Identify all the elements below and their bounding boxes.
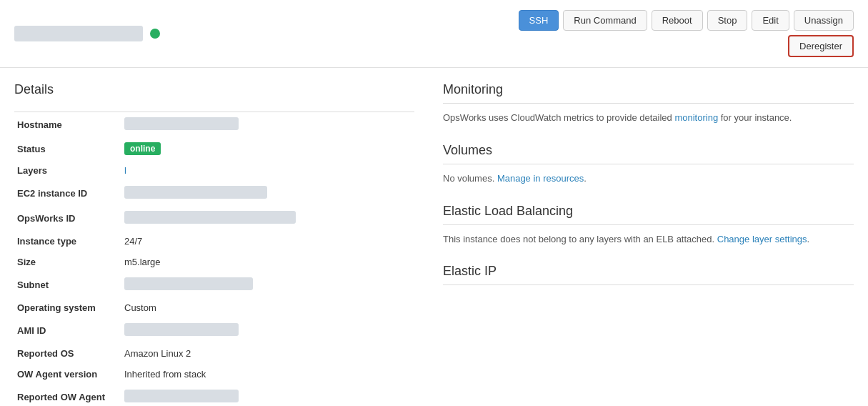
detail-value	[121, 385, 414, 406]
volumes-text-after: .	[584, 173, 587, 184]
detail-label: Layers	[14, 160, 121, 181]
ssh-button[interactable]: SSH	[519, 10, 559, 31]
deregister-button[interactable]: Deregister	[788, 35, 854, 57]
table-row: Size m5.large	[14, 252, 414, 272]
detail-value	[121, 318, 414, 343]
detail-value	[121, 112, 414, 137]
main-content: Details Hostname Status online	[0, 68, 868, 406]
reported-ow-agent-placeholder	[124, 390, 239, 402]
detail-value	[121, 181, 414, 206]
detail-value: Inherited from stack	[121, 364, 414, 385]
table-row: Reported OW Agent	[14, 385, 414, 406]
status-indicator-dot	[150, 29, 160, 39]
elb-title: Elastic Load Balancing	[443, 204, 854, 225]
table-row: Status online	[14, 137, 414, 160]
ami-id-placeholder	[124, 323, 239, 336]
detail-value: Amazon Linux 2	[121, 343, 414, 364]
unassign-button[interactable]: Unassign	[794, 10, 854, 31]
detail-label: EC2 instance ID	[14, 181, 121, 206]
table-row: OpsWorks ID	[14, 206, 414, 231]
detail-label: Hostname	[14, 112, 121, 137]
opsworks-id-placeholder	[124, 211, 296, 224]
header-buttons-row1: SSH Run Command Reboot Stop Edit Unassig…	[519, 10, 854, 31]
monitoring-title: Monitoring	[443, 82, 854, 104]
table-row: Layers l	[14, 160, 414, 181]
table-row: EC2 instance ID	[14, 181, 414, 206]
right-panel: Monitoring OpsWorks uses CloudWatch metr…	[443, 82, 854, 406]
table-row: Reported OS Amazon Linux 2	[14, 343, 414, 364]
volumes-description: No volumes. Manage in resources.	[443, 172, 854, 187]
detail-value	[121, 272, 414, 297]
table-row: Operating system Custom	[14, 297, 414, 318]
elb-description: This instance does not belong to any lay…	[443, 232, 854, 247]
elb-text-before: This instance does not belong to any lay…	[443, 234, 717, 244]
elb-text-after: .	[807, 234, 810, 244]
subnet-placeholder	[124, 277, 253, 290]
manage-in-resources-link[interactable]: Manage in resources	[497, 173, 584, 184]
header-buttons-row2: Deregister	[519, 35, 854, 57]
page-header: SSH Run Command Reboot Stop Edit Unassig…	[0, 0, 868, 68]
table-row: AMI ID	[14, 318, 414, 343]
detail-label: Subnet	[14, 272, 121, 297]
detail-value: online	[121, 137, 414, 160]
detail-label: Operating system	[14, 297, 121, 318]
instance-name-placeholder	[14, 26, 143, 41]
table-row: Hostname	[14, 112, 414, 137]
run-command-button[interactable]: Run Command	[563, 10, 647, 31]
elastic-ip-section: Elastic IP	[443, 264, 854, 285]
detail-label: OW Agent version	[14, 364, 121, 385]
elastic-ip-title: Elastic IP	[443, 264, 854, 285]
volumes-text-before: No volumes.	[443, 173, 497, 184]
monitoring-description: OpsWorks uses CloudWatch metrics to prov…	[443, 111, 854, 126]
status-badge: online	[124, 142, 161, 155]
detail-label: Reported OS	[14, 343, 121, 364]
volumes-section: Volumes No volumes. Manage in resources.	[443, 143, 854, 187]
monitoring-text-after: for your instance.	[718, 112, 792, 123]
volumes-title: Volumes	[443, 143, 854, 164]
detail-value: Custom	[121, 297, 414, 318]
detail-label: AMI ID	[14, 318, 121, 343]
detail-label: OpsWorks ID	[14, 206, 121, 231]
table-row: OW Agent version Inherited from stack	[14, 364, 414, 385]
layers-link[interactable]: l	[124, 165, 126, 176]
details-panel: Details Hostname Status online	[14, 82, 414, 406]
ec2-id-placeholder	[124, 186, 267, 199]
monitoring-text-before: OpsWorks uses CloudWatch metrics to prov…	[443, 112, 674, 123]
table-row: Instance type 24/7	[14, 231, 414, 252]
detail-label: Size	[14, 252, 121, 272]
reboot-button[interactable]: Reboot	[652, 10, 703, 31]
details-table: Hostname Status online Layers l	[14, 112, 414, 406]
detail-value: 24/7	[121, 231, 414, 252]
detail-value	[121, 206, 414, 231]
detail-label: Reported OW Agent	[14, 385, 121, 406]
change-layer-settings-link[interactable]: Change layer settings	[717, 234, 807, 244]
edit-button[interactable]: Edit	[752, 10, 789, 31]
elb-section: Elastic Load Balancing This instance doe…	[443, 204, 854, 247]
instance-name-block	[14, 26, 160, 41]
detail-label: Status	[14, 137, 121, 160]
detail-label: Instance type	[14, 231, 121, 252]
monitoring-section: Monitoring OpsWorks uses CloudWatch metr…	[443, 82, 854, 126]
table-row: Subnet	[14, 272, 414, 297]
monitoring-link[interactable]: monitoring	[674, 112, 718, 123]
hostname-placeholder	[124, 117, 239, 130]
header-action-buttons: SSH Run Command Reboot Stop Edit Unassig…	[519, 10, 854, 57]
detail-value: l	[121, 160, 414, 181]
detail-value: m5.large	[121, 252, 414, 272]
stop-button[interactable]: Stop	[707, 10, 748, 31]
details-section-title: Details	[14, 82, 414, 100]
